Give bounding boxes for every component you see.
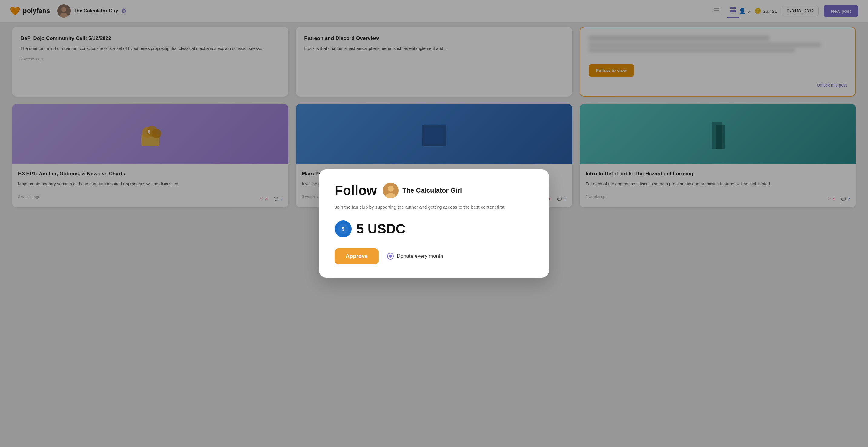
usdc-row: $ 5 USDC	[335, 220, 533, 237]
usdc-icon: $	[335, 220, 352, 237]
creator-name: The Calculator Girl	[402, 186, 462, 195]
approve-button[interactable]: Approve	[335, 248, 379, 264]
modal-title: Follow	[335, 183, 377, 198]
creator-avatar	[383, 183, 399, 198]
modal-subtitle: Join the fan club by supporting the auth…	[335, 204, 533, 211]
modal-actions: Approve Donate every month	[335, 248, 533, 264]
svg-text:$: $	[342, 227, 345, 232]
usdc-amount: 5 USDC	[356, 221, 405, 237]
svg-point-20	[388, 186, 394, 192]
donate-monthly-label: Donate every month	[397, 253, 443, 259]
donate-monthly[interactable]: Donate every month	[387, 253, 443, 260]
follow-modal: Follow The Calculator Girl Join the fan …	[319, 169, 549, 278]
modal-header: Follow The Calculator Girl	[335, 183, 533, 198]
radio-button[interactable]	[387, 253, 394, 260]
radio-inner	[389, 255, 392, 258]
modal-overlay[interactable]: Follow The Calculator Girl Join the fan …	[0, 0, 868, 447]
modal-creator: The Calculator Girl	[383, 183, 462, 198]
